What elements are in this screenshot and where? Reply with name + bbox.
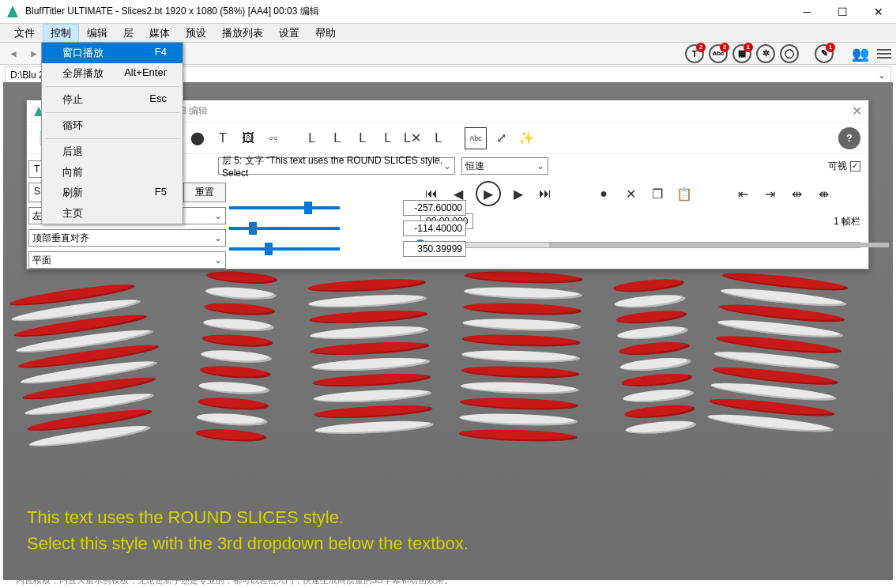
menubar: 文件 控制 编辑 层 媒体 预设 播放列表 设置 帮助 — [0, 24, 896, 43]
nav-fwd-icon[interactable]: ► — [25, 45, 43, 62]
menu-playlist[interactable]: 播放列表 — [214, 24, 271, 43]
menu-home[interactable]: 主页 — [42, 203, 183, 224]
menu-sep — [45, 112, 179, 113]
paste-icon[interactable]: 📋 — [675, 184, 694, 203]
inner-close-button[interactable]: ✕ — [852, 104, 862, 119]
close-button[interactable]: ✕ — [860, 0, 896, 24]
slider-y[interactable] — [229, 227, 340, 230]
align-l3-icon[interactable]: 𝖫 — [351, 127, 373, 149]
control-dropdown: 窗口播放F4 全屏播放Alt+Enter 停止Esc 循环 后退 向前 刷新F5… — [41, 42, 183, 224]
align-l5-icon[interactable]: 𝖫 — [427, 127, 449, 149]
menu-forward[interactable]: 向前 — [42, 162, 183, 183]
expand-icon[interactable]: ⤢ — [490, 127, 512, 149]
menu-media[interactable]: 媒体 — [141, 24, 178, 43]
menu-sep — [45, 86, 179, 87]
align-l1-icon[interactable]: 𝖫 — [300, 127, 322, 149]
menu-preset[interactable]: 预设 — [178, 24, 214, 43]
3d-text-render — [19, 272, 877, 493]
blob-icon[interactable]: ⬤ — [186, 127, 209, 149]
record-icon[interactable]: ● — [594, 184, 613, 203]
svg-marker-0 — [7, 6, 18, 17]
visible-checkbox[interactable]: 可视 — [828, 160, 860, 173]
marker-in-icon[interactable]: ⇤ — [733, 184, 752, 203]
main-titlebar: BluffTitler ULTIMATE - Slices2.bt 1920 x… — [0, 0, 896, 24]
text-icon[interactable]: T — [212, 127, 234, 149]
layer-select[interactable]: 层 5: 文字 "This text uses the ROUND SLICES… — [218, 157, 455, 175]
frame-count-label: 1 帧栏 — [834, 215, 860, 228]
maximize-button[interactable]: ☐ — [825, 0, 860, 24]
tool-image-button[interactable]: ▦1 — [732, 44, 751, 63]
tool-circle-button[interactable]: ◯ — [780, 44, 799, 63]
delete-key-icon[interactable]: ✕ — [621, 184, 640, 203]
speed-select[interactable]: 恒速⌄ — [461, 157, 548, 175]
menu-stop[interactable]: 停止Esc — [42, 89, 183, 110]
menu-control[interactable]: 控制 — [43, 24, 79, 43]
value-y-field[interactable] — [403, 220, 466, 236]
tool-t-button[interactable]: T2 — [685, 44, 704, 63]
help-button[interactable]: ? — [838, 127, 860, 149]
picture-icon[interactable]: 🖼 — [237, 127, 259, 149]
reset-button[interactable]: 重置 — [183, 183, 226, 202]
marker-both-icon[interactable]: ⇹ — [787, 184, 806, 203]
wand-icon[interactable]: ✨ — [515, 127, 537, 149]
app-icon — [5, 4, 21, 20]
marker-out-icon[interactable]: ⇥ — [760, 184, 779, 203]
value-x-field[interactable] — [403, 200, 466, 216]
plane-select[interactable]: 平面⌄ — [28, 251, 226, 269]
menu-layer[interactable]: 层 — [115, 24, 141, 43]
menu-settings[interactable]: 设置 — [271, 24, 307, 43]
menu-window-play[interactable]: 窗口播放F4 — [42, 43, 183, 63]
menu-sep — [45, 138, 179, 139]
menu-edit[interactable]: 编辑 — [79, 24, 115, 43]
slider-x[interactable] — [229, 206, 340, 209]
hamburger-icon[interactable] — [877, 49, 891, 58]
abc-box-icon[interactable]: Abc — [465, 127, 487, 149]
tool-fan-button[interactable]: ✲ — [756, 44, 775, 63]
nav-back-icon[interactable]: ◄ — [5, 45, 22, 62]
menu-fullscreen-play[interactable]: 全屏播放Alt+Enter — [42, 63, 183, 84]
minimize-button[interactable]: ─ — [789, 0, 825, 24]
users-icon[interactable]: 👥 — [852, 45, 869, 62]
marker-center-icon[interactable]: ⇼ — [814, 184, 833, 203]
slider-z[interactable] — [229, 247, 340, 251]
chevron-down-icon[interactable]: ⌄ — [878, 70, 886, 81]
align-l4-icon[interactable]: 𝖫 — [376, 127, 398, 149]
menu-loop[interactable]: 循环 — [42, 115, 183, 136]
align-l2-icon[interactable]: 𝖫 — [326, 127, 348, 149]
play-button[interactable]: ▶ — [476, 181, 501, 206]
tool-abc-button[interactable]: Abc2 — [709, 44, 728, 63]
numeric-inputs — [229, 200, 466, 257]
align-lx-icon[interactable]: L✕ — [401, 127, 424, 149]
particles-icon[interactable]: ◦◦ — [262, 127, 284, 149]
value-z-field[interactable] — [403, 241, 466, 257]
menu-file[interactable]: 文件 — [6, 24, 43, 43]
skip-end-icon[interactable]: ⏭ — [536, 184, 555, 203]
menu-back[interactable]: 后退 — [42, 141, 183, 162]
timeline-track[interactable] — [414, 242, 860, 248]
tool-brush-button[interactable]: ✎1 — [815, 44, 834, 63]
menu-help[interactable]: 帮助 — [307, 24, 344, 43]
window-title: BluffTitler ULTIMATE - Slices2.bt 1920 x… — [25, 5, 789, 18]
menu-refresh[interactable]: 刷新F5 — [42, 183, 183, 203]
canvas-overlay-text: This text uses the ROUND SLICES style. S… — [27, 504, 469, 556]
copy-icon[interactable]: ❐ — [648, 184, 667, 203]
next-frame-icon[interactable]: ▶ — [509, 184, 528, 203]
align-v-select[interactable]: 顶部垂直对齐⌄ — [28, 229, 226, 247]
